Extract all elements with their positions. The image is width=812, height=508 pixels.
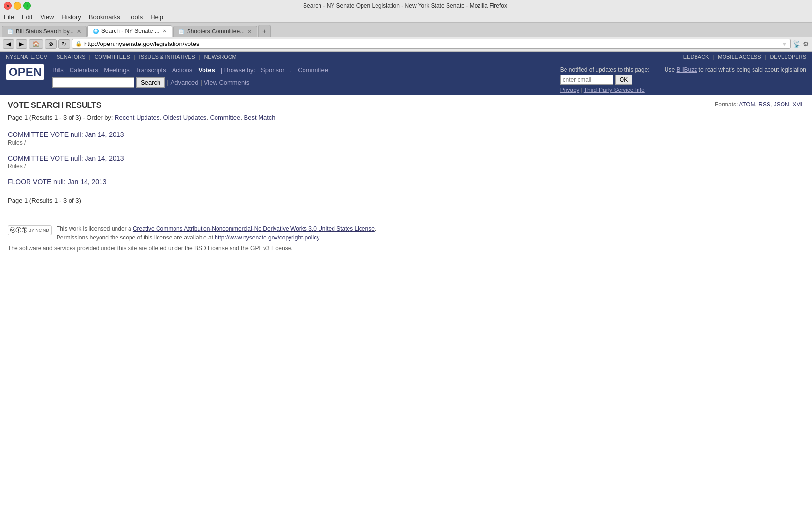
nav-mobile[interactable]: MOBILE ACCESS xyxy=(718,54,761,60)
nav-developers[interactable]: DEVELOPERS xyxy=(770,54,806,60)
open-logo: OPEN xyxy=(6,64,44,80)
nav-transcripts[interactable]: Transcripts xyxy=(135,66,166,74)
close-button[interactable]: ✕ xyxy=(4,2,12,10)
window-controls: ✕ − + xyxy=(4,2,31,10)
maximize-button[interactable]: + xyxy=(23,2,31,10)
results-info: Page 1 (Results 1 - 3 of 3) - Order by: … xyxy=(8,114,804,121)
ok-button[interactable]: OK xyxy=(615,75,632,85)
menu-tools[interactable]: Tools xyxy=(128,14,143,21)
browse-by-label: | Browse by: xyxy=(221,66,255,74)
tab-icon-2: 🌐 xyxy=(93,29,99,34)
permissions-link[interactable]: http://www.nysenate.gov/copyright-policy xyxy=(215,234,319,241)
nav-actions[interactable]: Actions xyxy=(172,66,193,74)
nav-votes[interactable]: Votes xyxy=(198,66,215,74)
tab-label-2: Search - NY Senate ... xyxy=(102,28,160,34)
forward-button[interactable]: ▶ xyxy=(16,39,27,49)
nav-meetings[interactable]: Meetings xyxy=(104,66,130,74)
lock-icon: 🔒 xyxy=(75,41,82,47)
email-input[interactable] xyxy=(560,75,613,85)
main-header: OPEN Bills Calendars Meetings Transcript… xyxy=(0,61,812,95)
top-stripe: NYSENATE.GOV · SENATORS | COMMITTEES | I… xyxy=(0,52,812,61)
order-recent[interactable]: Recent Updates xyxy=(115,114,160,121)
menu-help[interactable]: Help xyxy=(150,14,163,21)
tab-close-1[interactable]: ✕ xyxy=(77,29,81,35)
page-info-text: Page 1 (Results 1 - 3 of 3) - Order by: xyxy=(8,114,113,121)
browse-sponsor[interactable]: Sponsor xyxy=(261,66,284,74)
page-bottom-info: Page 1 (Results 1 - 3 of 3) xyxy=(8,191,804,210)
nav-bar: ◀ ▶ 🏠 ⊗ ↻ 🔒 ▼ 📡 ⚙ xyxy=(0,37,812,51)
menu-view[interactable]: View xyxy=(40,14,54,21)
content-area: Formats: ATOM, RSS, JSON, XML VOTE SEARC… xyxy=(0,95,812,216)
tab-shooters[interactable]: 📄 Shooters Committee... ✕ xyxy=(173,26,257,37)
stop-button[interactable]: ⊗ xyxy=(45,39,57,49)
reload-button[interactable]: ↻ xyxy=(58,39,70,49)
menu-history[interactable]: History xyxy=(61,14,81,21)
tab-bar: 📄 Bill Status Search by... ✕ 🌐 Search - … xyxy=(0,23,812,37)
license-link[interactable]: Creative Commons Attribution-Noncommerci… xyxy=(133,225,375,232)
order-oldest[interactable]: Oldest Updates xyxy=(163,114,207,121)
nav-senators[interactable]: SENATORS xyxy=(57,54,86,60)
nav-issues[interactable]: ISSUES & INITIATIVES xyxy=(139,54,195,60)
menu-bar: File Edit View History Bookmarks Tools H… xyxy=(0,12,812,23)
result-link-3[interactable]: FLOOR VOTE null: Jan 14, 2013 xyxy=(8,178,804,186)
formats-label: Formats: xyxy=(715,101,738,108)
title-row: Formats: ATOM, RSS, JSON, XML VOTE SEARC… xyxy=(8,101,804,114)
back-button[interactable]: ◀ xyxy=(3,39,14,49)
browse-committee[interactable]: Committee xyxy=(298,66,328,74)
result-item-1: COMMITTEE VOTE null: Jan 14, 2013 Rules … xyxy=(8,127,804,150)
permissions-prefix: Permissions beyond the scope of this lic… xyxy=(57,234,215,241)
format-json[interactable]: JSON xyxy=(774,101,789,108)
rss-icon[interactable]: 📡 xyxy=(793,40,801,48)
nav-committees[interactable]: COMMITTEES xyxy=(94,54,130,60)
notify-area: Be notified of updates to this page: OK … xyxy=(560,64,657,95)
order-best[interactable]: Best Match xyxy=(244,114,276,121)
format-xml[interactable]: XML xyxy=(792,101,804,108)
tab-close-2[interactable]: ✕ xyxy=(162,28,167,34)
tab-add-button[interactable]: + xyxy=(258,25,271,37)
menu-edit[interactable]: Edit xyxy=(22,14,32,21)
billbuzz-suffix: to read what's being said about legislat… xyxy=(699,66,806,73)
tab-icon-3: 📄 xyxy=(178,29,184,34)
minimize-button[interactable]: − xyxy=(14,2,21,10)
result-sub-2: Rules / xyxy=(8,163,804,170)
tab-close-3[interactable]: ✕ xyxy=(247,29,252,35)
url-input[interactable] xyxy=(84,40,780,47)
privacy-link[interactable]: Privacy xyxy=(560,87,579,93)
nav-calendars[interactable]: Calendars xyxy=(70,66,98,74)
search-row: Search | Advanced | View Comments xyxy=(52,75,552,90)
home-button[interactable]: 🏠 xyxy=(29,39,43,49)
result-item-2: COMMITTEE VOTE null: Jan 14, 2013 Rules … xyxy=(8,150,804,174)
tab-label-1: Bill Status Search by... xyxy=(16,28,74,35)
license-text: This work is licensed under a Creative C… xyxy=(57,225,376,241)
menu-bookmarks[interactable]: Bookmarks xyxy=(89,14,120,21)
format-atom[interactable]: ATOM xyxy=(739,101,755,108)
tab-bill-status[interactable]: 📄 Bill Status Search by... ✕ xyxy=(2,26,87,37)
notify-label: Be notified of updates to this page: xyxy=(560,66,650,73)
notify-row: OK xyxy=(560,75,632,85)
result-link-1[interactable]: COMMITTEE VOTE null: Jan 14, 2013 xyxy=(8,131,804,138)
menu-file[interactable]: File xyxy=(4,14,14,21)
header-content: OPEN Bills Calendars Meetings Transcript… xyxy=(6,64,806,95)
search-button[interactable]: Search xyxy=(136,77,165,88)
nav-newsroom[interactable]: NEWSROOM xyxy=(204,54,236,60)
result-item-3: FLOOR VOTE null: Jan 14, 2013 xyxy=(8,174,804,191)
advanced-link[interactable]: Advanced xyxy=(171,79,199,86)
result-link-2[interactable]: COMMITTEE VOTE null: Jan 14, 2013 xyxy=(8,154,804,162)
order-committee[interactable]: Committee xyxy=(210,114,240,121)
view-comments-link[interactable]: View Comments xyxy=(204,79,249,86)
search-input[interactable] xyxy=(52,77,134,88)
tab-search[interactable]: 🌐 Search - NY Senate ... ✕ xyxy=(87,25,172,37)
nav-bills[interactable]: Bills xyxy=(52,66,64,74)
footer: 🅭🅯🄏 BY NC ND This work is licensed under… xyxy=(0,216,812,261)
page-title: VOTE SEARCH RESULTS xyxy=(8,101,804,110)
nav-nysenate[interactable]: NYSENATE.GOV xyxy=(6,54,47,60)
settings-icon[interactable]: ⚙ xyxy=(803,40,809,48)
url-bar: 🔒 ▼ xyxy=(72,39,791,49)
format-rss[interactable]: RSS xyxy=(758,101,770,108)
third-party-link[interactable]: Third-Party Service Info xyxy=(584,87,645,93)
window-title: Search - NY Senate Open Legislation - Ne… xyxy=(31,2,779,9)
cc-badge: 🅭🅯🄏 BY NC ND xyxy=(8,225,52,235)
nav-feedback[interactable]: FEEDBACK xyxy=(680,54,709,60)
title-bar: ✕ − + Search - NY Senate Open Legislatio… xyxy=(0,0,812,12)
billbuzz-link[interactable]: BillBuzz xyxy=(677,66,697,73)
